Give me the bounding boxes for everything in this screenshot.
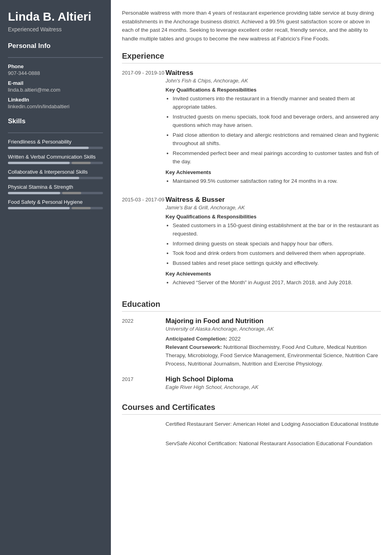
linkedin-label: LinkedIn xyxy=(8,97,103,103)
email-value: linda.b.altieri@me.com xyxy=(8,87,103,93)
skill-bar-container xyxy=(8,147,103,149)
qualification-item: Informed dining guests on steak specials… xyxy=(173,240,381,248)
education-date: 2022 xyxy=(122,317,166,368)
education-degree: Majoring in Food and Nutrition xyxy=(166,317,381,325)
achievements-list: Maintained 99.5% customer satisfaction r… xyxy=(166,177,381,186)
achievements-label: Key Achievements xyxy=(166,169,381,175)
education-institution: University of Alaska Anchorage, Anchorag… xyxy=(166,326,381,332)
experience-date: 2017-09 - 2019-10 xyxy=(122,69,166,188)
education-entry: 2022Majoring in Food and NutritionUniver… xyxy=(122,317,381,368)
skill-bar-fill xyxy=(8,192,60,194)
qualification-item: Instructed guests on menu specials, took… xyxy=(173,113,381,130)
skill-bar-container xyxy=(8,177,103,179)
experience-heading: Experience xyxy=(122,52,381,63)
courses-heading: Courses and Certificates xyxy=(122,403,381,415)
education-list: 2022Majoring in Food and NutritionUniver… xyxy=(122,317,381,393)
skill-item: Friendliness & Personability xyxy=(8,139,103,149)
skill-name: Physical Stamina & Strength xyxy=(8,184,103,190)
linkedin-value: linkedin.com/in/lindabaltieri xyxy=(8,103,103,109)
experience-role: Waitress & Busser xyxy=(166,196,381,204)
education-degree: High School Diploma xyxy=(166,375,381,383)
skill-item: Physical Stamina & Strength xyxy=(8,184,103,194)
candidate-title: Experienced Waitress xyxy=(8,26,103,33)
skill-item: Food Safety & Personal Hygiene xyxy=(8,199,103,209)
experience-list: 2017-09 - 2019-10WaitressJohn's Fish & C… xyxy=(122,69,381,290)
qualifications-label: Key Qualifications & Responsibilities xyxy=(166,214,381,220)
skill-item: Collaborative & Interpersonal Skills xyxy=(8,169,103,179)
qualification-item: Bussed tables and reset place settings q… xyxy=(173,259,381,268)
skill-name: Friendliness & Personability xyxy=(8,139,103,145)
education-completion: Anticipated Completion: 2022 xyxy=(166,335,381,343)
experience-role: Waitress xyxy=(166,69,381,77)
qualifications-list: Seated customers in a 150-guest dining e… xyxy=(166,222,381,268)
skill-bar-fill xyxy=(8,147,89,149)
main-content: Personable waitress with more than 4 yea… xyxy=(111,0,392,555)
skill-name: Written & Verbal Communication Skills xyxy=(8,154,103,160)
education-content: Majoring in Food and NutritionUniversity… xyxy=(166,317,381,368)
completion-value: 2022 xyxy=(229,336,241,342)
qualifications-list: Invited customers into the restaurant in… xyxy=(166,95,381,166)
skill-bar-secondary xyxy=(72,207,91,209)
experience-company: Jamie's Bar & Grill, Anchorage, AK xyxy=(166,205,381,211)
experience-company: John's Fish & Chips, Anchorage, AK xyxy=(166,78,381,84)
courses-list: Certified Restaurant Server: American Ho… xyxy=(122,420,381,452)
qualification-item: Took food and drink orders from customer… xyxy=(173,249,381,258)
education-heading: Education xyxy=(122,300,381,312)
skill-bar-container xyxy=(8,162,103,164)
personal-info-divider xyxy=(8,57,103,58)
qualification-item: Recommended perfect beer and meal pairin… xyxy=(173,149,381,166)
course-content: Certified Restaurant Server: American Ho… xyxy=(166,420,379,429)
education-section: Education 2022Majoring in Food and Nutri… xyxy=(122,300,381,393)
skill-bar-fill xyxy=(8,177,79,179)
experience-section: Experience 2017-09 - 2019-10WaitressJohn… xyxy=(122,52,381,290)
phone-label: Phone xyxy=(8,63,103,69)
experience-entry: 2017-09 - 2019-10WaitressJohn's Fish & C… xyxy=(122,69,381,188)
achievement-item: Maintained 99.5% customer satisfaction r… xyxy=(173,177,381,186)
qualification-item: Seated customers in a 150-guest dining e… xyxy=(173,222,381,238)
education-date: 2017 xyxy=(122,375,166,393)
skill-bar-secondary xyxy=(72,162,91,164)
skills-heading: Skills xyxy=(8,117,103,127)
course-date xyxy=(122,440,166,452)
achievement-item: Achieved “Server of the Month” in August… xyxy=(173,279,381,287)
experience-date: 2015-03 - 2017-09 xyxy=(122,196,166,291)
skill-bar-fill xyxy=(8,162,70,164)
experience-content: WaitressJohn's Fish & Chips, Anchorage, … xyxy=(166,69,381,188)
skill-bar-container xyxy=(8,192,103,194)
education-institution: Eagle River High School, Anchorage, AK xyxy=(166,384,381,390)
skill-bar-fill xyxy=(8,207,70,209)
education-entry: 2017High School DiplomaEagle River High … xyxy=(122,375,381,393)
skill-name: Food Safety & Personal Hygiene xyxy=(8,199,103,205)
qualification-item: Invited customers into the restaurant in… xyxy=(173,95,381,111)
skills-list: Friendliness & PersonabilityWritten & Ve… xyxy=(8,139,103,209)
education-content: High School DiplomaEagle River High Scho… xyxy=(166,375,381,393)
qualification-item: Paid close attention to dietary and alle… xyxy=(173,131,381,148)
course-entry: Certified Restaurant Server: American Ho… xyxy=(122,420,381,433)
courses-section: Courses and Certificates Certified Resta… xyxy=(122,403,381,452)
candidate-name: Linda B. Altieri xyxy=(8,10,103,24)
qualifications-label: Key Qualifications & Responsibilities xyxy=(166,87,381,93)
experience-entry: 2015-03 - 2017-09Waitress & BusserJamie'… xyxy=(122,196,381,291)
experience-content: Waitress & BusserJamie's Bar & Grill, An… xyxy=(166,196,381,291)
skills-divider xyxy=(8,132,103,133)
course-content: ServSafe Alcohol Certification: National… xyxy=(166,440,372,448)
course-entry: ServSafe Alcohol Certification: National… xyxy=(122,440,381,452)
personal-info-heading: Personal Info xyxy=(8,42,103,52)
course-date xyxy=(122,420,166,433)
sidebar: Linda B. Altieri Experienced Waitress Pe… xyxy=(0,0,111,555)
coursework-label: Relevant Coursework: xyxy=(166,344,223,350)
skill-bar-container xyxy=(8,207,103,209)
skill-item: Written & Verbal Communication Skills xyxy=(8,154,103,164)
completion-label: Anticipated Completion: xyxy=(166,336,229,342)
phone-value: 907-344-0888 xyxy=(8,70,103,76)
skill-name: Collaborative & Interpersonal Skills xyxy=(8,169,103,175)
skill-bar-secondary xyxy=(62,192,81,194)
achievements-list: Achieved “Server of the Month” in August… xyxy=(166,279,381,287)
achievements-label: Key Achievements xyxy=(166,271,381,277)
education-coursework: Relevant Coursework: Nutritional Biochem… xyxy=(166,343,381,368)
summary-text: Personable waitress with more than 4 yea… xyxy=(122,9,381,43)
email-label: E-mail xyxy=(8,80,103,86)
